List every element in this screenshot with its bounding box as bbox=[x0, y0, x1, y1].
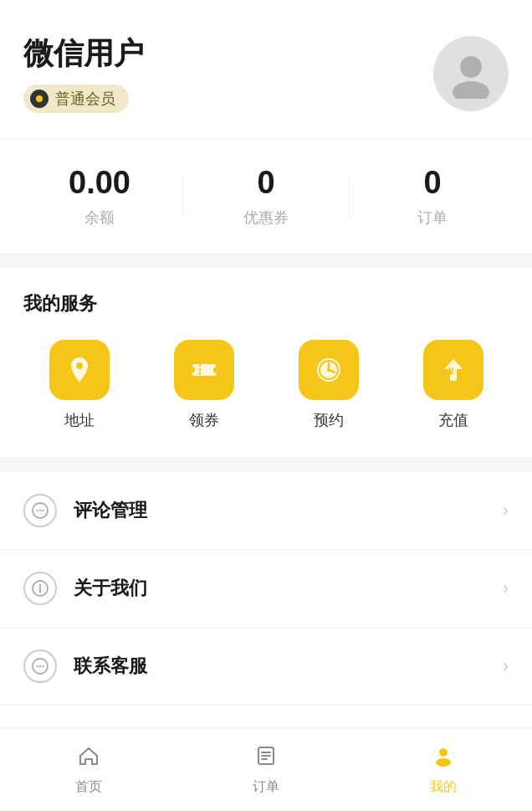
about-arrow: › bbox=[503, 577, 509, 599]
service-item-appointment[interactable]: 预约 bbox=[299, 340, 359, 430]
support-arrow: › bbox=[503, 655, 509, 677]
svg-point-21 bbox=[39, 584, 41, 586]
profile-left: 微信用户 普通会员 bbox=[23, 33, 144, 113]
svg-rect-4 bbox=[192, 364, 217, 376]
support-menu-text: 联系客服 bbox=[74, 654, 503, 679]
profile-section: 微信用户 普通会员 bbox=[0, 0, 532, 138]
stat-coupon[interactable]: 0 优惠券 bbox=[183, 165, 349, 228]
svg-point-24 bbox=[39, 665, 41, 667]
bottom-nav: 首页 订单 我的 bbox=[0, 727, 532, 811]
home-icon bbox=[77, 744, 100, 773]
svg-point-1 bbox=[453, 81, 489, 99]
svg-point-23 bbox=[36, 665, 38, 667]
svg-point-17 bbox=[39, 510, 41, 511]
nav-item-mine[interactable]: 我的 bbox=[355, 744, 532, 796]
recharge-label: 充值 bbox=[438, 410, 468, 430]
mine-icon bbox=[432, 744, 455, 773]
menu-item-comment[interactable]: 评论管理 › bbox=[0, 472, 532, 550]
avatar[interactable] bbox=[433, 36, 509, 111]
recharge-icon: ¥ bbox=[423, 340, 483, 400]
balance-value: 0.00 bbox=[69, 165, 130, 201]
services-grid: 地址 领券 bbox=[17, 340, 515, 430]
svg-point-32 bbox=[439, 748, 448, 757]
menu-item-about[interactable]: 关于我们 › bbox=[0, 550, 532, 628]
order-nav-label: 订单 bbox=[253, 778, 279, 796]
member-badge[interactable]: 普通会员 bbox=[23, 85, 129, 113]
coupon-value: 0 bbox=[257, 165, 274, 201]
appointment-icon bbox=[299, 340, 359, 400]
svg-point-18 bbox=[42, 510, 43, 511]
service-item-address[interactable]: 地址 bbox=[49, 340, 110, 430]
services-title: 我的服务 bbox=[17, 291, 515, 316]
svg-point-5 bbox=[188, 367, 195, 373]
svg-point-3 bbox=[76, 362, 83, 369]
stat-order[interactable]: 0 订单 bbox=[350, 165, 515, 228]
about-menu-text: 关于我们 bbox=[74, 576, 503, 601]
service-item-recharge[interactable]: ¥ 充值 bbox=[423, 340, 483, 430]
service-item-coupon[interactable]: 领券 bbox=[174, 340, 234, 430]
coupon-icon bbox=[174, 340, 234, 400]
support-icon bbox=[23, 649, 57, 683]
order-value: 0 bbox=[423, 165, 441, 201]
svg-text:¥: ¥ bbox=[448, 366, 454, 377]
comment-menu-text: 评论管理 bbox=[74, 498, 503, 523]
mine-nav-label: 我的 bbox=[430, 778, 457, 796]
stat-balance[interactable]: 0.00 余额 bbox=[17, 165, 182, 228]
services-section: 我的服务 地址 bbox=[0, 268, 532, 457]
order-label: 订单 bbox=[417, 208, 448, 228]
svg-point-6 bbox=[213, 367, 220, 373]
username: 微信用户 bbox=[23, 33, 144, 74]
home-nav-label: 首页 bbox=[75, 778, 102, 796]
address-label: 地址 bbox=[64, 410, 95, 430]
svg-point-0 bbox=[460, 56, 482, 78]
svg-point-16 bbox=[36, 510, 38, 511]
svg-point-33 bbox=[436, 758, 451, 767]
address-icon bbox=[49, 340, 110, 400]
coupon-label-service: 领券 bbox=[189, 410, 219, 430]
nav-item-home[interactable]: 首页 bbox=[0, 744, 177, 796]
comment-arrow: › bbox=[503, 500, 509, 521]
avatar-icon bbox=[446, 49, 496, 99]
member-badge-icon bbox=[30, 90, 49, 108]
nav-item-order[interactable]: 订单 bbox=[177, 744, 355, 796]
svg-point-25 bbox=[42, 665, 43, 667]
order-icon bbox=[254, 744, 278, 773]
about-icon bbox=[23, 572, 57, 605]
svg-point-12 bbox=[327, 368, 330, 372]
comment-icon bbox=[23, 494, 57, 527]
balance-label: 余额 bbox=[84, 208, 115, 228]
menu-item-support[interactable]: 联系客服 › bbox=[0, 628, 532, 706]
stats-section: 0.00 余额 0 优惠券 0 订单 bbox=[0, 140, 532, 253]
appointment-label: 预约 bbox=[314, 410, 344, 430]
coupon-label: 优惠券 bbox=[243, 208, 289, 228]
member-badge-text: 普通会员 bbox=[55, 89, 115, 109]
